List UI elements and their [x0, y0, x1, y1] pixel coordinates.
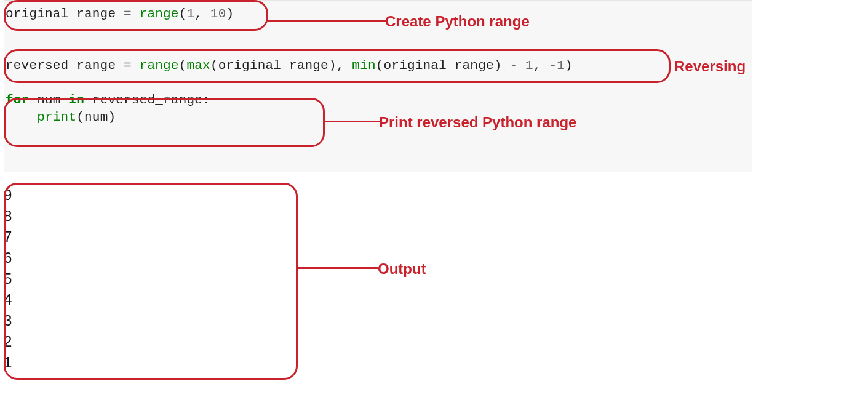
label-create-range: Create Python range	[385, 13, 530, 30]
label-reversing: Reversing	[674, 58, 746, 75]
label-output: Output	[378, 260, 426, 278]
callout-output	[4, 183, 298, 380]
connector-create-range	[268, 20, 387, 22]
callout-create-range	[4, 0, 268, 31]
connector-output	[298, 267, 378, 269]
callout-print	[4, 98, 325, 147]
label-print: Print reversed Python range	[379, 114, 576, 131]
diagram-container: original_range = range(1, 10) reversed_r…	[0, 0, 868, 397]
connector-print	[325, 121, 380, 122]
callout-reversing	[4, 49, 671, 83]
